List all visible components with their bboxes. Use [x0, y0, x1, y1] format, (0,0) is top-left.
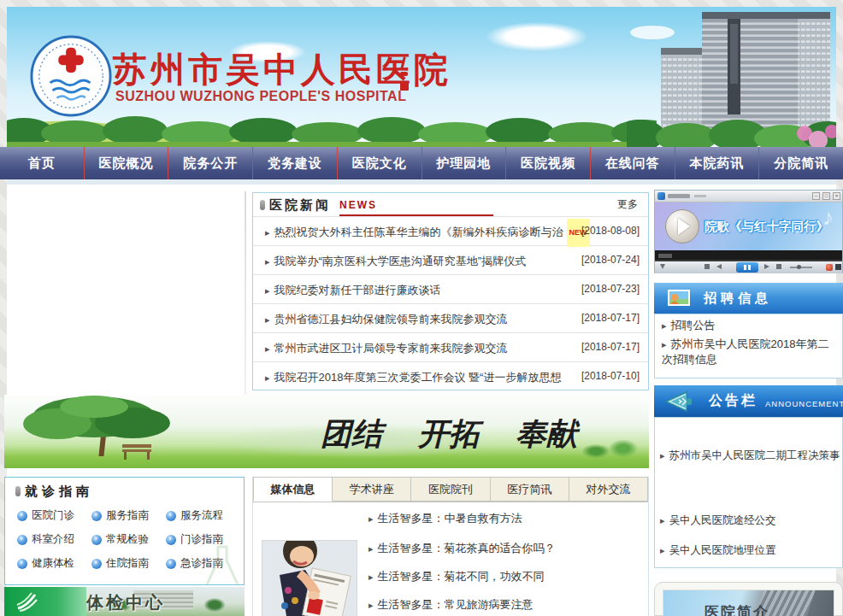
nav-item-video[interactable]: 医院视频	[506, 147, 591, 179]
arrow-sphere-icon	[166, 535, 176, 545]
slogan-text: 团结开拓奉献	[321, 414, 613, 455]
media-article-list: 生活智多星：中暑自救有方法 生活智多星：菊花茶真的适合你吗？ 生活智多星：菊花不…	[368, 504, 642, 616]
settings-icon[interactable]	[835, 264, 841, 270]
news-more-link[interactable]: 更多	[617, 197, 638, 212]
main-nav: 首页 医院概况 院务公开 党务建设 医院文化 护理园地 医院视频 在线问答 本院…	[0, 147, 843, 179]
guide-link-outpatient[interactable]: 医院门诊	[17, 508, 91, 523]
announcement-link[interactable]: 吴中人民医院途经公交	[660, 513, 776, 528]
news-item[interactable]: 我院纪委对新任干部进行廉政谈话 [2018-07-23]	[253, 275, 648, 304]
guide-link-inpatient[interactable]: 住院指南	[91, 556, 166, 571]
announcement-title-en: ANNOUNCEMENT	[765, 399, 843, 408]
guide-link-service-guide[interactable]: 服务指南	[91, 508, 166, 523]
arrow-sphere-icon	[17, 559, 27, 569]
checkup-center-label: 体检中心	[86, 591, 165, 614]
arrow-sphere-icon	[91, 559, 102, 569]
news-title-en: NEWS	[339, 196, 493, 216]
slogan-banner: 团结开拓奉献	[4, 395, 649, 468]
megaphone-icon	[664, 390, 697, 414]
hospital-building-photo	[627, 7, 836, 147]
recruitment-title: 招聘信息	[704, 290, 772, 307]
tab-media-info[interactable]: 媒体信息	[253, 477, 333, 502]
play-button[interactable]	[665, 209, 699, 243]
guide-link-service-flow[interactable]: 服务流程	[166, 508, 240, 523]
nav-item-affairs[interactable]: 院务公开	[168, 147, 253, 179]
nav-item-nursing[interactable]: 护理园地	[422, 147, 507, 179]
hospital-title-en: SUZHOU WUZHONG PEOPLE'S HOSPITAL	[115, 89, 406, 104]
media-article[interactable]: 生活智多星：中暑自救有方法	[368, 504, 642, 532]
media-tabbar: 媒体信息 学术讲座 医院院刊 医疗简讯 对外交流	[253, 477, 648, 502]
pause-button[interactable]	[736, 262, 758, 273]
news-item[interactable]: 我院举办“南京医科大学医患沟通研究基地”揭牌仪式 [2018-07-24]	[253, 246, 648, 275]
calligraphy-seal	[399, 56, 411, 94]
announcement-link[interactable]: 吴中人民医院地理位置	[660, 543, 776, 558]
nav-item-pharmacy[interactable]: 本院药讯	[675, 147, 760, 179]
maximize-icon[interactable]: □	[822, 192, 830, 200]
hospital-intro-card[interactable]: 医院简介	[654, 582, 843, 616]
volume-handle[interactable]	[797, 265, 801, 269]
tab-hospital-journal[interactable]: 医院院刊	[411, 477, 490, 502]
player-logo-icon	[657, 192, 665, 200]
arrow-sphere-icon	[91, 511, 102, 521]
hospital-homepage: 苏州市吴中人民医院 SUZHOU WUZHONG PEOPLE'S HOSPIT…	[0, 0, 843, 616]
section-bullet-icon	[15, 486, 21, 496]
player-title-text	[668, 194, 690, 198]
record-icon[interactable]	[826, 264, 833, 271]
announcement-title: 公告栏	[709, 392, 758, 410]
news-item[interactable]: 我院召开2018年度第三次党委工作会议 暨“进一步解放思想 [2018-07-1…	[253, 362, 648, 390]
tab-academic-lectures[interactable]: 学术讲座	[333, 477, 411, 502]
stop-icon[interactable]	[704, 264, 710, 269]
media-article-photo	[262, 540, 357, 616]
announcement-link[interactable]: 苏州市吴中人民医院二期工程决策事	[660, 449, 840, 463]
site-header: 苏州市吴中人民医院 SUZHOU WUZHONG PEOPLE'S HOSPIT…	[7, 7, 836, 147]
arrow-sphere-icon	[91, 535, 102, 545]
tab-external-exchange[interactable]: 对外交流	[569, 477, 648, 502]
guide-link-checkup[interactable]: 健康体检	[17, 556, 91, 571]
guide-title: 就诊指南	[25, 484, 93, 498]
checkup-center-banner[interactable]: 体检中心	[4, 587, 245, 616]
recruitment-link[interactable]: 苏州市吴中人民医院2018年第二次招聘信息	[655, 333, 842, 367]
tree-decor	[4, 395, 261, 468]
prev-track-icon[interactable]	[716, 264, 722, 269]
checkup-logo-icon	[15, 590, 40, 613]
nav-item-party[interactable]: 党务建设	[253, 147, 338, 179]
guide-link-routine-tests[interactable]: 常规检验	[91, 532, 166, 547]
recruitment-icon	[668, 290, 690, 306]
header-trees	[7, 108, 657, 147]
tree-decor	[200, 595, 229, 614]
video-player-window[interactable]: – □ × ♪ ♫ 院歌《与红十字同行》	[654, 190, 843, 273]
nav-item-overview[interactable]: 医院概况	[85, 147, 169, 179]
intro-label: 医院简介	[704, 602, 769, 616]
news-item[interactable]: 常州市武进区卫计局领导专家前来我院参观交流 [2018-07-17]	[253, 333, 648, 362]
volume-slider[interactable]	[790, 267, 812, 268]
playlist-icon[interactable]	[776, 264, 781, 269]
media-article[interactable]: 生活智多星：菊花茶真的适合你吗？	[368, 534, 642, 562]
arrow-sphere-icon	[17, 535, 27, 545]
minimize-icon[interactable]: –	[812, 192, 820, 200]
announcement-header[interactable]: 公告栏 ANNOUNCEMENT	[654, 385, 843, 417]
player-seekbar[interactable]	[655, 250, 842, 261]
next-track-icon[interactable]	[764, 264, 769, 269]
guide-header: 就诊指南	[5, 478, 244, 502]
slideshow-placeholder	[245, 191, 246, 396]
recruitment-link[interactable]: 招聘公告	[655, 314, 842, 333]
media-article[interactable]: 生活智多星：菊花不同，功效不同	[368, 562, 642, 590]
hospital-news-section: 医院新闻NEWS 更多 热烈祝贺大外科主任陈革华主编的《新编外科疾病诊断与治NE…	[252, 192, 649, 390]
news-item[interactable]: 贵州省德江县妇幼保健院领导前来我院参观交流 [2018-07-17]	[253, 304, 648, 333]
menu-icon[interactable]	[660, 264, 665, 269]
news-item[interactable]: 热烈祝贺大外科主任陈革华主编的《新编外科疾病诊断与治NEW [2018-08-0…	[253, 217, 648, 246]
flask-watermark-icon	[203, 545, 242, 585]
tab-medical-briefs[interactable]: 医疗简讯	[491, 477, 569, 502]
player-controls	[655, 261, 842, 273]
player-screen[interactable]: ♪ ♫ 院歌《与红十字同行》	[655, 202, 842, 250]
guide-link-departments[interactable]: 科室介绍	[17, 532, 91, 547]
nav-item-qa[interactable]: 在线问答	[591, 147, 675, 179]
nav-item-home[interactable]: 首页	[0, 147, 85, 179]
close-icon[interactable]: ×	[833, 192, 840, 200]
nav-item-branch[interactable]: 分院简讯	[759, 147, 843, 179]
nav-item-culture[interactable]: 医院文化	[338, 147, 422, 179]
news-title: 医院新闻	[269, 197, 331, 212]
cloud-decor	[486, 22, 588, 51]
media-article[interactable]: 生活智多星：常见旅游病要注意	[368, 590, 642, 616]
section-bullet-icon	[260, 200, 265, 210]
recruitment-header[interactable]: 招聘信息	[654, 283, 843, 314]
